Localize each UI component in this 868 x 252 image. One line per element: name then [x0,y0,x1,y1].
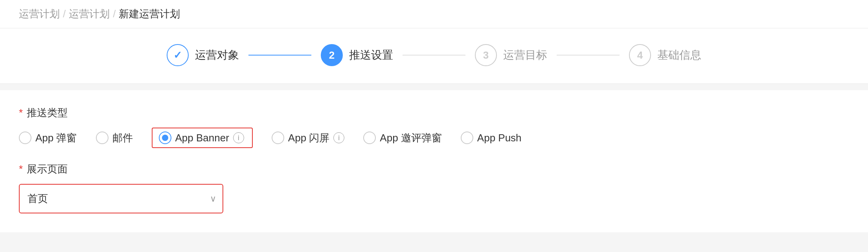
step-label-4: 基础信息 [657,48,701,63]
step-label-3: 运营目标 [503,48,547,63]
display-page-field-label: * 展示页面 [19,162,849,176]
radio-email[interactable]: 邮件 [96,131,133,145]
step-connector-3 [557,55,620,56]
step-item-2: 2 推送设置 [321,44,393,66]
app-flash-info-icon[interactable]: i [333,132,344,143]
display-page-required: * [19,163,23,175]
push-type-label-text: 推送类型 [27,106,68,120]
step-connector-2 [403,55,465,56]
radio-outer-app-banner [159,132,171,144]
breadcrumb: 运营计划 / 运营计划 / 新建运营计划 [19,7,849,21]
radio-label-email: 邮件 [112,131,133,145]
step-circle-1: ✓ [167,44,189,66]
radio-app-push[interactable]: App Push [461,132,522,144]
step-label-2: 推送设置 [349,48,393,63]
radio-outer-app-popup [19,132,31,144]
step-item-3: 3 运营目标 [475,44,547,66]
display-page-label-text: 展示页面 [27,162,68,176]
breadcrumb-bar: 运营计划 / 运营计划 / 新建运营计划 [0,0,868,28]
radio-outer-email [96,132,108,144]
page-wrapper: 运营计划 / 运营计划 / 新建运营计划 ✓ 运营对象 2 推送设置 3 [0,0,868,252]
radio-label-app-popup: App 弹窗 [35,131,77,145]
steps-section: ✓ 运营对象 2 推送设置 3 运营目标 4 基础信息 [0,28,868,84]
radio-label-app-review: App 邀评弹窗 [380,131,442,145]
step-item-1: ✓ 运营对象 [167,44,239,66]
step-connector-1 [248,55,311,56]
app-banner-info-icon[interactable]: i [233,132,244,143]
step-label-1: 运营对象 [195,48,239,63]
breadcrumb-item-1[interactable]: 运营计划 [19,7,60,21]
breadcrumb-current: 新建运营计划 [119,7,180,21]
radio-outer-app-flash [272,132,284,144]
push-type-field-label: * 推送类型 [19,106,849,120]
radio-app-flash[interactable]: App 闪屏 i [272,131,345,145]
radio-app-review[interactable]: App 邀评弹窗 [363,131,442,145]
breadcrumb-sep-1: / [63,8,66,20]
push-type-required: * [19,107,23,119]
radio-app-popup[interactable]: App 弹窗 [19,131,77,145]
breadcrumb-sep-2: / [113,8,116,20]
radio-label-app-push: App Push [477,132,522,144]
display-page-select-wrapper: 首页 ∨ [19,184,223,213]
form-section: * 推送类型 App 弹窗 邮件 App Banner i [0,90,868,232]
step-circle-3: 3 [475,44,497,66]
step-circle-2: 2 [321,44,343,66]
display-page-select[interactable]: 首页 [20,185,223,213]
radio-label-app-flash: App 闪屏 [288,131,330,145]
radio-inner-app-banner [162,135,168,141]
step-circle-4: 4 [629,44,651,66]
push-type-radio-group: App 弹窗 邮件 App Banner i App 闪屏 i [19,128,849,148]
step-item-4: 4 基础信息 [629,44,701,66]
radio-label-app-banner: App Banner [175,132,229,144]
radio-outer-app-review [363,132,376,144]
radio-outer-app-push [461,132,473,144]
breadcrumb-item-2[interactable]: 运营计划 [69,7,110,21]
steps-container: ✓ 运营对象 2 推送设置 3 运营目标 4 基础信息 [0,44,868,66]
radio-app-banner[interactable]: App Banner i [152,128,253,148]
display-page-field: * 展示页面 首页 ∨ [19,162,849,213]
